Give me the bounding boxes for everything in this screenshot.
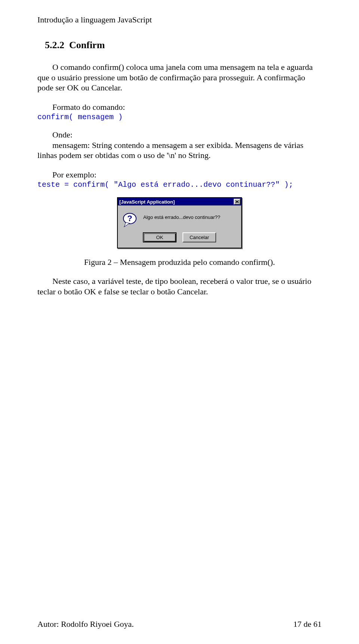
doc-header: Introdução a linguagem JavaScript <box>37 15 322 25</box>
dialog-button-row: OK Cancelar <box>118 230 241 248</box>
dialog-title: [JavaScript Application] <box>119 199 175 205</box>
dialog-message: Algo está errado...devo continuar?? <box>143 212 220 220</box>
close-icon <box>235 200 239 203</box>
example-label: Por exemplo: <box>37 170 322 180</box>
code-format: confirm( mensagem ) <box>37 113 322 121</box>
onde-label: Onde: <box>37 130 322 140</box>
ok-button[interactable]: OK <box>143 232 177 242</box>
footer-page-number: 17 de 61 <box>293 619 322 629</box>
question-icon: ? <box>123 212 138 227</box>
paragraph-after: Neste caso, a variável teste, de tipo bo… <box>37 276 322 297</box>
page-footer: Autor: Rodolfo Riyoei Goya. 17 de 61 <box>37 619 322 629</box>
footer-author: Autor: Rodolfo Riyoei Goya. <box>37 619 134 629</box>
dialog-body: ? Algo está errado...devo continuar?? <box>118 205 241 230</box>
svg-text:?: ? <box>127 214 132 223</box>
close-button[interactable] <box>234 199 240 205</box>
dialog-titlebar: [JavaScript Application] <box>118 198 241 205</box>
section-number: 5.2.2 <box>45 40 64 50</box>
section-heading: 5.2.2 Confirm <box>45 40 322 51</box>
figure-confirm-dialog: [JavaScript Application] ? <box>37 197 322 248</box>
figure-caption: Figura 2 – Mensagem produzida pelo coman… <box>37 257 322 267</box>
cancel-button[interactable]: Cancelar <box>182 232 216 242</box>
code-example: teste = confirm( "Algo está errado...dev… <box>37 180 322 189</box>
paragraph-intro: O comando confirm() coloca uma janela co… <box>37 62 322 93</box>
onde-desc: mensagem: String contendo a mensagem a s… <box>37 140 322 161</box>
section-title: Confirm <box>69 40 105 50</box>
format-label: Formato do comando: <box>37 102 322 112</box>
confirm-dialog: [JavaScript Application] ? <box>117 197 242 248</box>
